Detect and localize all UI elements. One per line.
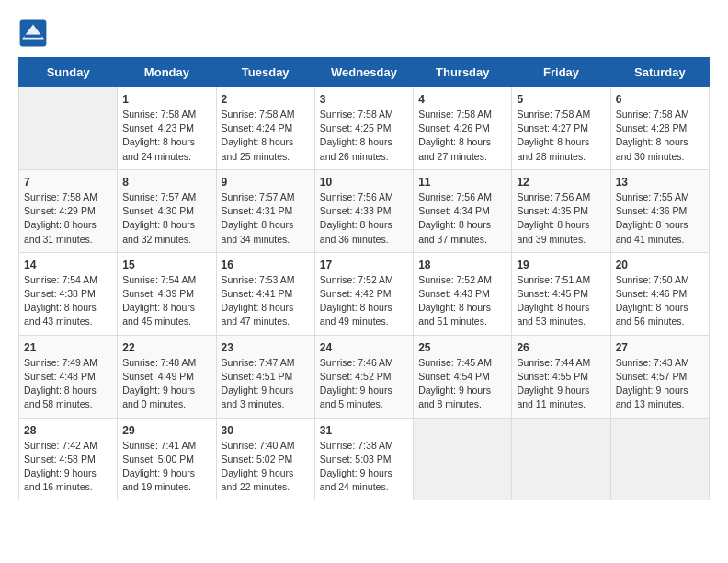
day-info: Sunrise: 7:54 AM Sunset: 4:39 PM Dayligh… xyxy=(122,273,210,329)
daylight-text: Daylight: 8 hours and 58 minutes. xyxy=(24,385,97,409)
daylight-text: Daylight: 8 hours and 30 minutes. xyxy=(616,136,688,161)
calendar-cell: 15 Sunrise: 7:54 AM Sunset: 4:39 PM Dayl… xyxy=(118,252,216,335)
sunrise-text: Sunrise: 7:52 AM xyxy=(418,274,492,285)
calendar-cell xyxy=(512,418,610,500)
sunset-text: Sunset: 4:25 PM xyxy=(320,122,392,133)
day-info: Sunrise: 7:58 AM Sunset: 4:25 PM Dayligh… xyxy=(320,108,408,164)
day-number: 12 xyxy=(517,176,605,189)
day-info: Sunrise: 7:55 AM Sunset: 4:36 PM Dayligh… xyxy=(616,190,704,247)
daylight-text: Daylight: 8 hours and 41 minutes. xyxy=(616,219,688,244)
weekday-header-wednesday: Wednesday xyxy=(314,58,413,87)
day-number: 20 xyxy=(616,259,704,271)
daylight-text: Daylight: 8 hours and 47 minutes. xyxy=(222,302,294,327)
daylight-text: Daylight: 8 hours and 51 minutes. xyxy=(418,302,491,327)
daylight-text: Daylight: 9 hours and 8 minutes. xyxy=(418,385,491,409)
day-info: Sunrise: 7:51 AM Sunset: 4:45 PM Dayligh… xyxy=(517,273,605,329)
daylight-text: Daylight: 9 hours and 16 minutes. xyxy=(24,467,97,492)
sunset-text: Sunset: 4:35 PM xyxy=(517,205,588,216)
sunset-text: Sunset: 4:39 PM xyxy=(122,288,194,299)
sunrise-text: Sunrise: 7:50 AM xyxy=(616,274,689,285)
calendar-week-5: 28 Sunrise: 7:42 AM Sunset: 4:58 PM Dayl… xyxy=(19,418,710,500)
calendar-cell: 2 Sunrise: 7:58 AM Sunset: 4:24 PM Dayli… xyxy=(216,87,314,170)
daylight-text: Daylight: 8 hours and 53 minutes. xyxy=(517,302,589,327)
sunset-text: Sunset: 4:58 PM xyxy=(24,454,96,465)
day-info: Sunrise: 7:57 AM Sunset: 4:31 PM Dayligh… xyxy=(222,190,310,247)
sunset-text: Sunset: 4:31 PM xyxy=(222,205,293,216)
day-info: Sunrise: 7:58 AM Sunset: 4:24 PM Dayligh… xyxy=(222,108,310,164)
sunrise-text: Sunrise: 7:42 AM xyxy=(24,440,97,451)
daylight-text: Daylight: 8 hours and 31 minutes. xyxy=(24,219,97,244)
calendar-cell: 19 Sunrise: 7:51 AM Sunset: 4:45 PM Dayl… xyxy=(512,252,610,335)
sunset-text: Sunset: 4:29 PM xyxy=(24,205,96,216)
calendar-cell: 7 Sunrise: 7:58 AM Sunset: 4:29 PM Dayli… xyxy=(19,169,118,252)
logo-icon xyxy=(18,18,48,48)
day-number: 13 xyxy=(616,176,704,189)
day-number: 5 xyxy=(517,93,605,106)
sunset-text: Sunset: 4:38 PM xyxy=(24,288,96,299)
sunset-text: Sunset: 4:52 PM xyxy=(320,371,392,382)
sunset-text: Sunset: 4:24 PM xyxy=(222,122,293,133)
sunrise-text: Sunrise: 7:44 AM xyxy=(517,357,590,368)
calendar-cell: 27 Sunrise: 7:43 AM Sunset: 4:57 PM Dayl… xyxy=(610,335,709,418)
calendar-cell xyxy=(414,418,512,500)
calendar-cell xyxy=(610,418,709,500)
page-header xyxy=(18,18,710,48)
sunrise-text: Sunrise: 7:58 AM xyxy=(616,109,689,120)
day-info: Sunrise: 7:53 AM Sunset: 4:41 PM Dayligh… xyxy=(222,273,310,329)
day-number: 19 xyxy=(517,259,605,271)
sunrise-text: Sunrise: 7:56 AM xyxy=(418,191,492,202)
calendar-cell: 31 Sunrise: 7:38 AM Sunset: 5:03 PM Dayl… xyxy=(314,418,413,500)
day-info: Sunrise: 7:40 AM Sunset: 5:02 PM Dayligh… xyxy=(222,439,310,495)
day-info: Sunrise: 7:43 AM Sunset: 4:57 PM Dayligh… xyxy=(616,356,704,412)
sunset-text: Sunset: 5:02 PM xyxy=(222,454,293,465)
day-number: 2 xyxy=(222,93,310,106)
daylight-text: Daylight: 8 hours and 27 minutes. xyxy=(418,136,491,161)
sunset-text: Sunset: 4:41 PM xyxy=(222,288,293,299)
daylight-text: Daylight: 8 hours and 39 minutes. xyxy=(517,219,589,244)
sunrise-text: Sunrise: 7:58 AM xyxy=(517,109,590,120)
day-number: 17 xyxy=(320,259,408,271)
sunset-text: Sunset: 4:30 PM xyxy=(122,205,194,216)
calendar-cell: 13 Sunrise: 7:55 AM Sunset: 4:36 PM Dayl… xyxy=(610,169,709,252)
sunrise-text: Sunrise: 7:58 AM xyxy=(122,109,196,120)
day-number: 30 xyxy=(222,424,310,437)
sunset-text: Sunset: 4:51 PM xyxy=(222,371,293,382)
day-info: Sunrise: 7:58 AM Sunset: 4:29 PM Dayligh… xyxy=(24,190,112,247)
day-info: Sunrise: 7:49 AM Sunset: 4:48 PM Dayligh… xyxy=(24,356,112,412)
day-number: 10 xyxy=(320,176,408,189)
sunrise-text: Sunrise: 7:43 AM xyxy=(616,357,689,368)
sunrise-text: Sunrise: 7:58 AM xyxy=(418,109,492,120)
sunrise-text: Sunrise: 7:58 AM xyxy=(320,109,393,120)
day-number: 1 xyxy=(122,93,210,106)
daylight-text: Daylight: 8 hours and 28 minutes. xyxy=(517,136,589,161)
calendar-cell: 25 Sunrise: 7:45 AM Sunset: 4:54 PM Dayl… xyxy=(414,335,512,418)
calendar-cell: 26 Sunrise: 7:44 AM Sunset: 4:55 PM Dayl… xyxy=(512,335,610,418)
calendar-table: SundayMondayTuesdayWednesdayThursdayFrid… xyxy=(18,57,710,500)
calendar-cell xyxy=(19,87,118,170)
daylight-text: Daylight: 8 hours and 34 minutes. xyxy=(222,219,294,244)
calendar-cell: 22 Sunrise: 7:48 AM Sunset: 4:49 PM Dayl… xyxy=(118,335,216,418)
calendar-cell: 18 Sunrise: 7:52 AM Sunset: 4:43 PM Dayl… xyxy=(414,252,512,335)
sunset-text: Sunset: 4:36 PM xyxy=(616,205,688,216)
daylight-text: Daylight: 9 hours and 24 minutes. xyxy=(320,467,392,492)
sunrise-text: Sunrise: 7:57 AM xyxy=(122,191,196,202)
calendar-cell: 21 Sunrise: 7:49 AM Sunset: 4:48 PM Dayl… xyxy=(19,335,118,418)
sunset-text: Sunset: 4:45 PM xyxy=(517,288,588,299)
day-info: Sunrise: 7:56 AM Sunset: 4:35 PM Dayligh… xyxy=(517,190,605,247)
day-number: 3 xyxy=(320,93,408,106)
sunrise-text: Sunrise: 7:55 AM xyxy=(616,191,689,202)
day-number: 11 xyxy=(418,176,506,189)
day-info: Sunrise: 7:56 AM Sunset: 4:34 PM Dayligh… xyxy=(418,190,506,247)
calendar-cell: 4 Sunrise: 7:58 AM Sunset: 4:26 PM Dayli… xyxy=(414,87,512,170)
day-info: Sunrise: 7:52 AM Sunset: 4:43 PM Dayligh… xyxy=(418,273,506,329)
daylight-text: Daylight: 9 hours and 5 minutes. xyxy=(320,385,392,409)
day-number: 15 xyxy=(122,259,210,271)
sunrise-text: Sunrise: 7:56 AM xyxy=(517,191,590,202)
daylight-text: Daylight: 8 hours and 25 minutes. xyxy=(222,136,294,161)
calendar-cell: 9 Sunrise: 7:57 AM Sunset: 4:31 PM Dayli… xyxy=(216,169,314,252)
calendar-cell: 10 Sunrise: 7:56 AM Sunset: 4:33 PM Dayl… xyxy=(314,169,413,252)
calendar-cell: 30 Sunrise: 7:40 AM Sunset: 5:02 PM Dayl… xyxy=(216,418,314,500)
calendar-week-4: 21 Sunrise: 7:49 AM Sunset: 4:48 PM Dayl… xyxy=(19,335,710,418)
daylight-text: Daylight: 9 hours and 11 minutes. xyxy=(517,385,589,409)
calendar-cell: 5 Sunrise: 7:58 AM Sunset: 4:27 PM Dayli… xyxy=(512,87,610,170)
